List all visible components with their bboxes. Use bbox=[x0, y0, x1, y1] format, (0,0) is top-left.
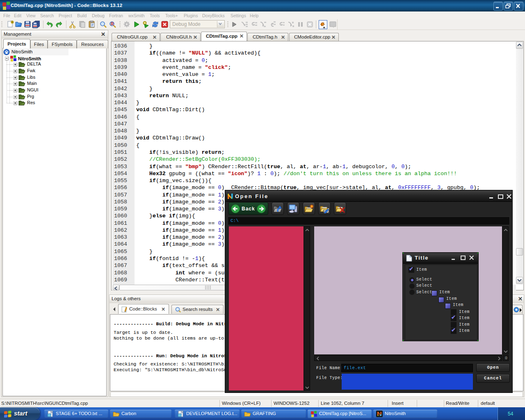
svg-text:R: R bbox=[111, 22, 114, 26]
